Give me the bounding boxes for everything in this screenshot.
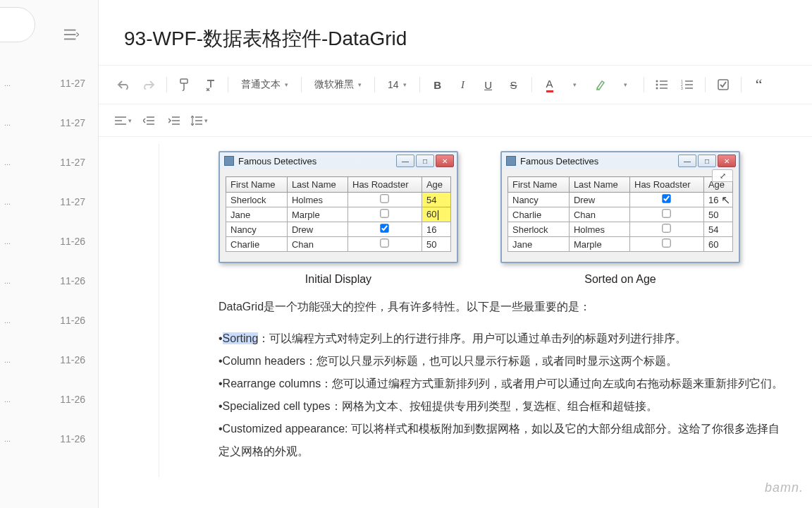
sidebar-item[interactable]: ...11-26 <box>0 222 98 261</box>
sidebar-item[interactable]: ...11-26 <box>0 380 98 419</box>
sidebar-item[interactable]: ...11-26 <box>0 301 98 340</box>
cell-last[interactable]: Marple <box>569 237 629 252</box>
cell-first[interactable]: Charlie <box>226 237 288 252</box>
minimize-button[interactable]: — <box>678 155 696 167</box>
cell-roadster[interactable] <box>630 207 704 222</box>
sidebar-item[interactable]: ...11-26 <box>0 419 98 459</box>
sidebar-item[interactable]: ...11-27 <box>0 103 98 143</box>
maximize-button[interactable]: □ <box>416 155 434 167</box>
cell-first[interactable]: Nancy <box>226 222 288 237</box>
table-row[interactable]: CharlieChan50 <box>226 237 451 252</box>
strikethrough-button[interactable]: S <box>503 74 524 95</box>
close-button[interactable]: ✕ <box>718 155 736 167</box>
unordered-list-button[interactable] <box>651 74 672 95</box>
datagrid-left[interactable]: First NameLast NameHas RoadsterAgeSherlo… <box>226 176 451 252</box>
cell-age[interactable]: 54 <box>703 222 732 237</box>
font-family-dropdown[interactable]: 微软雅黑▾ <box>309 78 367 91</box>
checkbox[interactable] <box>381 238 389 247</box>
table-row[interactable]: SherlockHolmes54 <box>508 222 733 237</box>
cell-roadster[interactable] <box>348 222 422 237</box>
column-header[interactable]: First Name <box>226 177 288 193</box>
cell-last[interactable]: Holmes <box>287 193 347 207</box>
quote-button[interactable]: “ <box>749 74 770 95</box>
cell-age[interactable]: 16 <box>703 193 732 207</box>
paragraph-style-dropdown[interactable]: 普通文本▾ <box>235 78 294 91</box>
cell-age[interactable]: 16 <box>422 222 450 237</box>
cell-age[interactable]: 50 <box>703 207 732 222</box>
column-header[interactable]: Age <box>422 177 450 193</box>
checkbox[interactable] <box>663 209 671 217</box>
close-button[interactable]: ✕ <box>436 155 454 167</box>
cell-roadster[interactable] <box>630 222 704 237</box>
checkbox[interactable] <box>381 194 389 202</box>
cell-roadster[interactable] <box>630 193 704 207</box>
sidebar-item[interactable]: ...11-27 <box>0 64 98 103</box>
expand-image-button[interactable]: ⤢ <box>712 169 733 182</box>
align-button[interactable]: ▾ <box>113 110 134 131</box>
column-header[interactable]: Last Name <box>569 177 629 193</box>
sidebar-item[interactable]: ...11-26 <box>0 261 98 301</box>
table-row[interactable]: NancyDrew16 <box>226 222 451 237</box>
checkbox[interactable] <box>381 224 389 232</box>
highlight-button[interactable] <box>590 74 611 95</box>
redo-button[interactable] <box>138 74 159 95</box>
clear-format-button[interactable] <box>199 74 221 95</box>
indent-decrease-button[interactable] <box>138 110 159 131</box>
cell-roadster[interactable] <box>630 237 704 252</box>
checkbox[interactable] <box>381 209 389 217</box>
column-header[interactable]: First Name <box>508 177 570 193</box>
cell-first[interactable]: Sherlock <box>226 193 288 207</box>
font-size-dropdown[interactable]: 14▾ <box>382 79 412 90</box>
cell-last[interactable]: Drew <box>569 193 629 207</box>
cell-first[interactable]: Jane <box>226 207 288 222</box>
sidebar-item[interactable]: ...11-27 <box>0 143 98 182</box>
italic-button[interactable]: I <box>453 74 474 95</box>
sidebar-item[interactable]: ...11-26 <box>0 340 98 380</box>
cell-last[interactable]: Drew <box>287 222 347 237</box>
checkbox-button[interactable] <box>713 74 734 95</box>
cell-first[interactable]: Nancy <box>508 193 570 207</box>
column-header[interactable]: Last Name <box>287 177 347 193</box>
cell-last[interactable]: Marple <box>287 207 347 222</box>
font-color-button[interactable]: A <box>539 74 560 95</box>
menu-icon[interactable] <box>63 28 79 44</box>
indent-increase-button[interactable] <box>164 110 185 131</box>
cell-last[interactable]: Chan <box>287 237 347 252</box>
highlight-chevron[interactable]: ▾ <box>615 74 636 95</box>
datagrid-right[interactable]: First NameLast NameHas RoadsterAgeNancyD… <box>508 176 733 252</box>
cell-roadster[interactable] <box>348 193 422 207</box>
cell-age[interactable]: 60 <box>703 237 732 252</box>
cell-age[interactable]: 50 <box>422 237 450 252</box>
cell-age[interactable]: 60 <box>422 207 450 222</box>
line-spacing-button[interactable]: ▾ <box>189 110 210 131</box>
column-header[interactable]: Has Roadster <box>348 177 422 193</box>
column-header[interactable]: Has Roadster <box>630 177 704 193</box>
ordered-list-button[interactable]: 123 <box>677 74 698 95</box>
sidebar-pill[interactable] <box>0 7 35 42</box>
cell-roadster[interactable] <box>348 237 422 252</box>
undo-button[interactable] <box>113 74 134 95</box>
cell-first[interactable]: Jane <box>508 237 570 252</box>
table-row[interactable]: CharlieChan50 <box>508 207 733 222</box>
cell-last[interactable]: Chan <box>569 207 629 222</box>
checkbox[interactable] <box>663 224 671 232</box>
table-row[interactable]: JaneMarple60 <box>226 207 451 222</box>
bold-button[interactable]: B <box>427 74 448 95</box>
table-row[interactable]: NancyDrew16 <box>508 193 733 207</box>
table-row[interactable]: SherlockHolmes54 <box>226 193 451 207</box>
checkbox[interactable] <box>663 238 671 247</box>
minimize-button[interactable]: — <box>396 155 414 167</box>
underline-button[interactable]: U <box>478 74 499 95</box>
cell-roadster[interactable] <box>348 207 422 222</box>
maximize-button[interactable]: □ <box>698 155 716 167</box>
checkbox[interactable] <box>663 194 671 202</box>
format-painter-button[interactable] <box>174 74 195 95</box>
doc-body[interactable]: Famous Detectives — □ ✕ First NameLast N… <box>169 144 812 477</box>
table-row[interactable]: JaneMarple60 <box>508 237 733 252</box>
sidebar-item[interactable]: ...11-27 <box>0 182 98 222</box>
font-color-chevron[interactable]: ▾ <box>565 74 586 95</box>
cell-age[interactable]: 54 <box>422 193 450 207</box>
cell-first[interactable]: Charlie <box>508 207 570 222</box>
cell-first[interactable]: Sherlock <box>508 222 570 237</box>
cell-last[interactable]: Holmes <box>569 222 629 237</box>
